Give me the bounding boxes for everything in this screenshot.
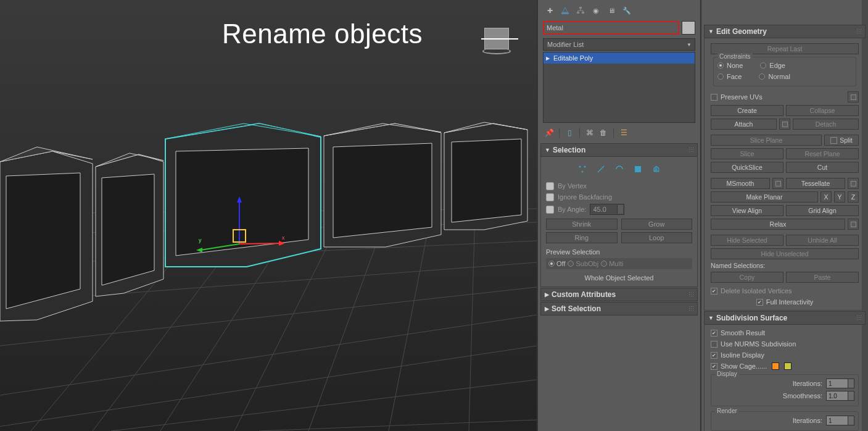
viewport[interactable]: x y Rename objects	[0, 0, 537, 431]
by-angle-value: 45.0	[593, 206, 606, 213]
create-tab-icon[interactable]: ✚	[543, 4, 556, 17]
msmooth-button[interactable]: MSmooth	[711, 178, 770, 189]
relax-button[interactable]: Relax	[711, 219, 845, 230]
rollout-drag-handle[interactable]	[688, 291, 695, 298]
detach-button: Detach	[793, 119, 859, 130]
delete-isolated-checkbox[interactable]	[711, 288, 717, 295]
quickslice-button[interactable]: QuickSlice	[711, 162, 783, 173]
rollout-drag-handle[interactable]	[856, 28, 862, 35]
pin-stack-icon[interactable]: 📌	[544, 128, 554, 138]
utilities-tab-icon[interactable]: 🔧	[620, 4, 634, 17]
subdivision-rollout-header[interactable]: ▼ Subdivision Surface	[704, 311, 866, 325]
show-end-result-icon[interactable]: ▯	[564, 128, 574, 138]
create-button[interactable]: Create	[711, 105, 783, 116]
iterations-label: Iterations:	[793, 380, 822, 387]
rollout-drag-handle[interactable]	[688, 306, 695, 312]
svg-marker-36	[333, 143, 432, 238]
msmooth-settings-button[interactable]	[772, 178, 783, 189]
isoline-label: Isoline Display	[721, 351, 764, 359]
preview-multi-label: Multi	[609, 260, 623, 267]
object-color-swatch[interactable]	[682, 21, 695, 35]
preview-off-radio[interactable]	[548, 261, 555, 267]
preview-subobj-label: SubObj	[576, 260, 598, 267]
svg-line-5	[0, 315, 537, 395]
grid-align-button[interactable]: Grid Align	[786, 205, 859, 216]
border-subobject-icon[interactable]	[613, 163, 626, 175]
modifier-stack-item[interactable]: ▶ Editable Poly	[544, 52, 695, 64]
constraint-normal-radio[interactable]	[759, 73, 765, 80]
constraint-edge-radio[interactable]	[760, 62, 766, 69]
edge-subobject-icon[interactable]	[594, 163, 608, 175]
planar-y-button[interactable]: Y	[834, 191, 845, 203]
loop-button: Loop	[621, 232, 693, 243]
use-nurms-checkbox[interactable]	[711, 341, 717, 348]
constraints-group-label: Constraints	[717, 53, 753, 60]
full-interactivity-checkbox[interactable]	[756, 299, 763, 306]
element-subobject-icon[interactable]	[650, 163, 663, 175]
soft-selection-rollout-header[interactable]: ▶ Soft Selection	[540, 302, 698, 316]
render-iterations-spinner[interactable]: 1	[826, 416, 854, 425]
cage-color1-swatch[interactable]	[772, 362, 779, 370]
paste-selection-button: Paste	[786, 272, 859, 283]
rollout-title: Subdivision Surface	[716, 314, 787, 322]
polygon-subobject-icon[interactable]	[631, 163, 645, 175]
modifier-stack-toolbar: 📌 ▯ ⌘ 🗑 ☰	[538, 123, 700, 143]
isoline-checkbox[interactable]	[711, 352, 717, 359]
grow-button: Grow	[621, 219, 693, 230]
vertex-subobject-icon[interactable]	[576, 163, 589, 175]
smoothness-spinner[interactable]: 1.0	[826, 391, 854, 401]
show-cage-checkbox[interactable]	[711, 363, 717, 370]
planar-x-button[interactable]: X	[820, 191, 832, 203]
tessellate-button[interactable]: Tessellate	[786, 178, 845, 189]
view-align-button[interactable]: View Align	[711, 205, 783, 216]
constraint-none-radio[interactable]	[717, 62, 724, 69]
unhide-all-button: Unhide All	[786, 235, 859, 246]
modifier-list-dropdown[interactable]: Modifier List	[543, 38, 695, 51]
svg-rect-42	[577, 12, 579, 14]
cage-color2-swatch[interactable]	[784, 362, 792, 370]
preserve-uvs-label: Preserve UVs	[721, 93, 763, 101]
make-planar-button[interactable]: Make Planar	[711, 191, 818, 203]
use-nurms-label: Use NURMS Subdivision	[721, 340, 796, 348]
render-group-title: Render	[715, 408, 739, 414]
constraint-face-radio[interactable]	[717, 73, 724, 80]
object-name-input[interactable]	[547, 24, 676, 31]
iterations-spinner[interactable]: 1	[826, 379, 854, 388]
edit-geometry-rollout-header[interactable]: ▼ Edit Geometry	[704, 25, 866, 38]
annotation-text: Rename objects	[222, 19, 423, 49]
overlay-cube-shadow	[482, 48, 511, 54]
rollout-title: Edit Geometry	[716, 27, 767, 36]
selection-rollout-header[interactable]: ▼ Selection	[540, 143, 698, 157]
by-vertex-label: By Vertex	[558, 182, 587, 190]
panel-scrollbar[interactable]	[862, 0, 868, 431]
planar-z-button[interactable]: Z	[848, 191, 859, 203]
rollout-collapse-icon: ▼	[545, 147, 550, 153]
svg-marker-21	[102, 174, 154, 285]
configure-modifier-sets-icon[interactable]: ☰	[619, 128, 629, 138]
rollout-drag-handle[interactable]	[688, 147, 695, 153]
split-button[interactable]: Split	[824, 135, 859, 146]
make-unique-icon[interactable]: ⌘	[585, 128, 595, 138]
smooth-result-checkbox[interactable]	[711, 330, 717, 337]
motion-tab-icon[interactable]: ◉	[589, 4, 603, 17]
relax-settings-button[interactable]	[848, 219, 859, 230]
display-tab-icon[interactable]: 🖥	[605, 4, 618, 17]
rollout-title: Custom Attributes	[552, 290, 616, 299]
preview-subobj-radio	[568, 261, 574, 267]
rollout-drag-handle[interactable]	[856, 315, 862, 321]
by-angle-label: By Angle:	[558, 206, 586, 213]
tessellate-settings-button[interactable]	[848, 178, 859, 189]
cut-button[interactable]: Cut	[786, 162, 859, 173]
attach-list-button[interactable]	[779, 119, 790, 130]
remove-modifier-icon[interactable]: 🗑	[598, 128, 608, 138]
preserve-uvs-settings-button[interactable]	[848, 91, 859, 103]
show-cage-label: Show Cage......	[721, 362, 767, 370]
preserve-uvs-checkbox[interactable]	[711, 94, 717, 101]
custom-attributes-rollout-header[interactable]: ▶ Custom Attributes	[540, 288, 698, 301]
hierarchy-tab-icon[interactable]	[574, 4, 587, 17]
modifier-stack[interactable]: ▶ Editable Poly	[543, 52, 695, 123]
collapse-button: Collapse	[786, 105, 859, 116]
secondary-panel: ▼ Edit Geometry Repeat Last Constraints …	[700, 0, 868, 431]
modify-tab-icon[interactable]	[558, 4, 572, 17]
attach-button[interactable]: Attach	[711, 119, 777, 130]
